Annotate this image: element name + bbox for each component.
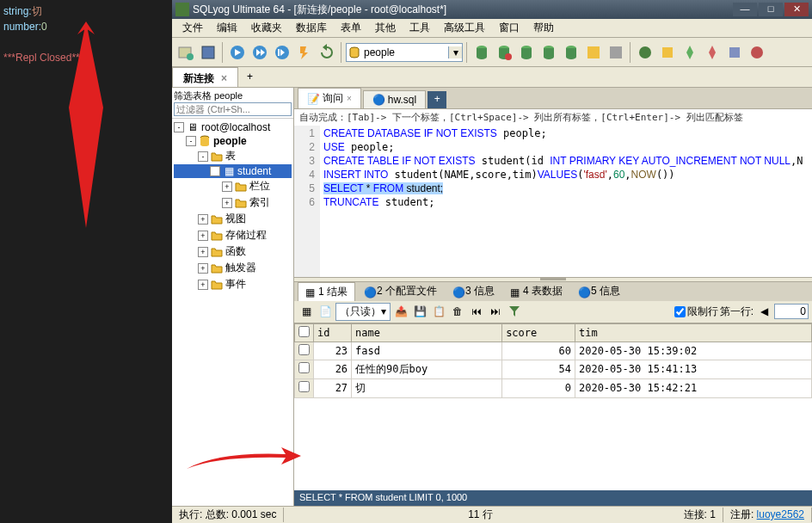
tree-student[interactable]: student <box>237 165 271 177</box>
maximize-button[interactable]: □ <box>759 3 783 16</box>
first-row-input[interactable] <box>774 304 809 319</box>
format-icon[interactable] <box>294 42 315 63</box>
tool-icon-10[interactable] <box>680 42 700 63</box>
tool-icon-12[interactable] <box>724 42 745 63</box>
tab-profiles[interactable]: 🔵2 个配置文件 <box>357 282 444 300</box>
tab-tabledata[interactable]: ▦4 表数据 <box>503 282 569 300</box>
tree-indexes[interactable]: 索引 <box>249 195 270 210</box>
refresh-icon[interactable] <box>317 42 337 63</box>
expand-icon[interactable]: + <box>222 182 232 192</box>
row-checkbox[interactable] <box>298 362 310 373</box>
code-area[interactable]: CREATE DATABASE IF NOT EXISTS people; US… <box>320 109 812 277</box>
col-id[interactable]: id <box>314 323 352 341</box>
tool-icon-7[interactable] <box>606 42 626 63</box>
new-connection-icon[interactable] <box>175 42 196 63</box>
export-icon[interactable]: 📤 <box>392 303 409 320</box>
reg-user[interactable]: luoye2562 <box>757 508 804 520</box>
tree-procs[interactable]: 存储过程 <box>225 228 267 243</box>
menu-database[interactable]: 数据库 <box>289 19 334 37</box>
expand-icon[interactable]: + <box>198 231 208 241</box>
tool-icon-3[interactable] <box>516 42 537 63</box>
expand-icon[interactable]: + <box>198 247 208 257</box>
result-grid[interactable]: id name score tim 23 fasd 60 2020-05-30 … <box>294 323 812 491</box>
prev-icon[interactable]: ◀ <box>755 303 772 320</box>
tree-views[interactable]: 视图 <box>225 212 246 226</box>
close-button[interactable]: ✕ <box>784 3 809 16</box>
col-tim[interactable]: tim <box>575 323 811 341</box>
tool-icon-9[interactable] <box>657 42 678 63</box>
database-selector[interactable]: ▾ <box>346 43 463 62</box>
titlebar[interactable]: SQLyog Ultimate 64 - [新连接/people - root@… <box>172 0 812 19</box>
tree-root[interactable]: root@localhost <box>201 121 270 133</box>
delete-icon[interactable]: 🗑 <box>449 303 466 320</box>
menu-help[interactable]: 帮助 <box>526 19 561 37</box>
collapse-icon[interactable]: - <box>174 122 184 132</box>
row-checkbox[interactable] <box>298 344 310 355</box>
expand-icon[interactable]: + <box>222 198 232 208</box>
execute-current-icon[interactable] <box>272 42 292 63</box>
menu-other[interactable]: 其他 <box>368 19 403 37</box>
tool-icon-13[interactable] <box>747 42 767 63</box>
sql-editor[interactable]: 自动完成：[Tab]-> 下一个标签，[Ctrl+Space]-> 列出所有标签… <box>294 108 812 277</box>
expand-icon[interactable]: + <box>198 214 208 225</box>
tool-icon-2[interactable] <box>494 42 514 63</box>
menu-favorites[interactable]: 收藏夹 <box>244 19 289 37</box>
tree-events[interactable]: 事件 <box>225 277 246 292</box>
checkbox-header[interactable] <box>295 323 314 341</box>
add-query-tab[interactable]: + <box>428 91 446 108</box>
execute-icon[interactable] <box>227 42 248 63</box>
copy-icon[interactable]: 📋 <box>430 303 447 320</box>
menu-edit[interactable]: 编辑 <box>210 19 244 37</box>
tree-database[interactable]: people <box>213 135 247 147</box>
tab-info3[interactable]: 🔵3 信息 <box>446 282 501 300</box>
close-icon[interactable]: × <box>347 94 352 103</box>
col-score[interactable]: score <box>502 323 575 341</box>
collapse-icon[interactable]: - <box>186 136 196 146</box>
tool-icon-6[interactable] <box>583 42 604 63</box>
collapse-icon[interactable]: - <box>198 151 208 162</box>
menu-file[interactable]: 文件 <box>175 19 210 37</box>
menu-window[interactable]: 窗口 <box>492 19 526 37</box>
menu-table[interactable]: 表单 <box>334 19 368 37</box>
tab-query[interactable]: 📝询问× <box>298 88 361 108</box>
grid-view-icon[interactable]: ▦ <box>298 303 315 320</box>
expand-icon[interactable]: + <box>198 280 208 290</box>
tool-icon-11[interactable] <box>702 42 723 63</box>
tool-icon-4[interactable] <box>538 42 559 63</box>
save-icon[interactable]: 💾 <box>411 303 428 320</box>
filter-input[interactable] <box>174 102 292 116</box>
expand-icon[interactable]: + <box>198 263 208 274</box>
database-input[interactable] <box>362 46 448 58</box>
nav-last-icon[interactable]: ⏭ <box>487 303 504 320</box>
nav-first-icon[interactable]: ⏮ <box>468 303 485 320</box>
tool-icon-1[interactable] <box>471 42 492 63</box>
tab-info5[interactable]: 🔵5 信息 <box>571 282 627 300</box>
tree-triggers[interactable]: 触发器 <box>225 261 256 275</box>
minimize-button[interactable]: — <box>733 3 757 16</box>
tool-icon-8[interactable] <box>635 42 655 63</box>
collapse-icon[interactable]: - <box>210 166 220 176</box>
table-row[interactable]: 26 任性的90后boy 54 2020-05-30 15:41:13 <box>295 360 812 378</box>
tree-columns[interactable]: 栏位 <box>249 179 270 194</box>
col-name[interactable]: name <box>352 323 502 341</box>
tree-funcs[interactable]: 函数 <box>225 244 246 259</box>
tree-tables[interactable]: 表 <box>225 149 236 163</box>
menu-powertools[interactable]: 高级工具 <box>437 19 492 37</box>
close-tab-icon[interactable]: × <box>221 72 227 84</box>
readonly-selector[interactable]: （只读） ▾ <box>335 303 391 321</box>
tab-hw[interactable]: 🔵hw.sql <box>363 90 426 108</box>
add-tab-icon[interactable]: + <box>240 67 260 87</box>
tab-result[interactable]: ▦1 结果 <box>298 282 355 301</box>
connection-tab[interactable]: 新连接× <box>172 67 238 87</box>
filter-icon[interactable] <box>506 303 523 320</box>
tool-icon-5[interactable] <box>561 42 581 63</box>
form-view-icon[interactable]: 📄 <box>317 303 334 320</box>
limit-rows-checkbox[interactable]: 限制行 <box>674 305 718 319</box>
table-row[interactable]: 27 切 0 2020-05-30 15:42:21 <box>295 378 812 397</box>
row-checkbox[interactable] <box>298 381 310 392</box>
table-row[interactable]: 23 fasd 60 2020-05-30 15:39:02 <box>295 341 812 360</box>
dropdown-icon[interactable]: ▾ <box>448 46 462 58</box>
execute-all-icon[interactable] <box>249 42 270 63</box>
save-icon[interactable] <box>198 42 218 63</box>
menu-tools[interactable]: 工具 <box>403 19 437 37</box>
